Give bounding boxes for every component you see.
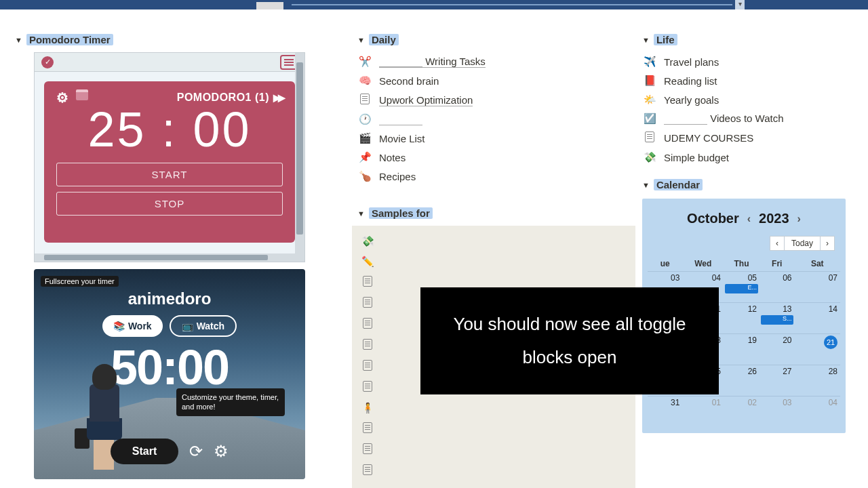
page-item[interactable]: 🧠Second brain xyxy=(359,71,622,90)
page-icon: 🧠 xyxy=(359,75,371,87)
tooltip-fullscreen: Fullscreen your timer xyxy=(41,276,119,287)
page-item[interactable]: Upwork Optimization xyxy=(359,90,622,110)
page-item[interactable]: UDEMY COURSES xyxy=(644,128,846,148)
chevron-down-icon: ▼ xyxy=(357,36,365,44)
calendar-month: October xyxy=(687,211,739,226)
window-icon[interactable] xyxy=(76,89,88,100)
page-item[interactable]: 📕Reading list xyxy=(644,71,846,90)
page-icon: 🎬 xyxy=(359,132,371,144)
reset-icon[interactable]: ⟳ xyxy=(189,442,203,461)
chevron-down-icon: ▼ xyxy=(642,36,650,44)
calendar-cell[interactable]: 01 xyxy=(682,396,724,428)
calendar-cell[interactable]: 07 xyxy=(795,272,841,303)
calendar-next-button[interactable]: › xyxy=(820,236,835,251)
page-icon: 🌤️ xyxy=(644,94,656,106)
watch-tab[interactable]: 📺 Watch xyxy=(170,315,237,337)
heading-label: Calendar xyxy=(654,179,703,190)
page-item[interactable]: 📌Notes xyxy=(359,148,622,167)
calendar-cell[interactable]: 14 xyxy=(795,303,841,334)
page-item-label: Movie List xyxy=(379,133,425,144)
daily-list: ✂️ Writing Tasks🧠Second brainUpwork Opti… xyxy=(357,52,622,186)
page-item[interactable] xyxy=(361,418,627,439)
calendar-cell[interactable]: 26 xyxy=(724,365,760,396)
tooltip-customize: Customize your theme, timer, and more! xyxy=(176,388,285,416)
page-item[interactable]: ✈️Travel plans xyxy=(644,52,846,71)
page-icon: 🕐 xyxy=(359,113,371,125)
page-item[interactable]: 🕐 xyxy=(359,110,622,129)
calendar-prev-icon[interactable]: ‹ xyxy=(747,213,751,225)
page-item[interactable] xyxy=(361,460,627,481)
animedoro-embed: Fullscreen your timer animedoro 📚 Work 📺… xyxy=(34,269,305,479)
page-item[interactable]: 🌤️Yearly goals xyxy=(644,90,846,109)
calendar-cell[interactable]: 12 xyxy=(724,303,760,334)
chevron-down-icon: ▼ xyxy=(15,36,22,44)
page-item-label: Reading list xyxy=(664,75,717,87)
toggle-pomodoro-timer[interactable]: ▼ Pomodoro Timer xyxy=(15,34,317,45)
page-item[interactable] xyxy=(361,439,627,460)
page-item[interactable]: ☑️ Videos to Watch xyxy=(644,109,846,128)
page-item-label: Notes xyxy=(379,152,406,163)
page-icon: 💸 xyxy=(361,235,374,247)
work-tab[interactable]: 📚 Work xyxy=(102,315,163,337)
page-icon: 📌 xyxy=(359,151,371,163)
page-item[interactable]: 🎬Movie List xyxy=(359,129,622,148)
calendar-cell[interactable]: 05E... xyxy=(724,272,760,303)
window-titlebar: ▾ xyxy=(0,0,868,9)
toggle-calendar[interactable]: ▼ Calendar xyxy=(642,179,846,190)
titlebar-dropdown-icon[interactable]: ▾ xyxy=(735,0,745,9)
toggle-samples[interactable]: ▼ Samples for xyxy=(357,207,622,219)
page-item-label: Writing Tasks xyxy=(379,56,486,68)
page-icon: ✈️ xyxy=(644,56,656,68)
toggle-daily[interactable]: ▼ Daily xyxy=(357,34,622,45)
page-icon: 🍗 xyxy=(359,170,371,182)
page-item[interactable]: ✂️ Writing Tasks xyxy=(359,52,622,71)
settings-gear-icon[interactable]: ⚙ xyxy=(214,442,229,461)
check-icon[interactable]: ✓ xyxy=(41,56,54,68)
page-item[interactable]: 💸Simple budget xyxy=(644,148,846,167)
calendar-cell[interactable]: 06 xyxy=(760,272,794,303)
calendar-cell[interactable]: 02 xyxy=(724,396,760,428)
calendar-cell[interactable]: 03 xyxy=(760,396,794,428)
page-item-label: Upwork Optimization xyxy=(379,94,473,106)
page-item[interactable]: 🧍 xyxy=(361,398,627,418)
calendar-cell[interactable]: 04 xyxy=(795,396,841,428)
pomodoro-stop-button[interactable]: STOP xyxy=(56,192,283,216)
titlebar-tab xyxy=(256,2,283,9)
life-list: ✈️Travel plans📕Reading list🌤️Yearly goal… xyxy=(642,52,846,167)
document-icon xyxy=(361,464,374,477)
calendar-cell[interactable]: 13S... xyxy=(760,303,794,334)
calendar-cell[interactable]: 31 xyxy=(648,396,682,428)
calendar-today-button[interactable]: Today xyxy=(785,236,820,251)
page-item[interactable]: 🍗Recipes xyxy=(359,167,622,186)
gear-icon[interactable] xyxy=(56,89,69,106)
page-item[interactable]: ✏️ xyxy=(361,251,627,272)
titlebar-line xyxy=(292,4,732,5)
page-icon: ✏️ xyxy=(361,256,374,268)
calendar-prev-button[interactable]: ‹ xyxy=(770,236,785,251)
animedoro-title: animedoro xyxy=(34,289,305,308)
document-icon xyxy=(361,318,374,331)
page-item-label: UDEMY COURSES xyxy=(664,132,753,144)
calendar-cell[interactable]: 27 xyxy=(760,365,794,396)
scrollbar-horizontal[interactable] xyxy=(35,253,295,262)
scrollbar-vertical[interactable] xyxy=(295,53,304,262)
page-item-label: Yearly goals xyxy=(664,94,719,106)
toggle-life[interactable]: ▼ Life xyxy=(642,34,846,45)
page-item-label xyxy=(379,114,422,125)
page-item-label: Videos to Watch xyxy=(664,113,784,124)
page-item[interactable]: 💸 xyxy=(361,231,627,251)
animedoro-start-button[interactable]: Start xyxy=(111,439,178,464)
calendar-cell[interactable]: 28 xyxy=(795,365,841,396)
calendar-cell[interactable]: 19 xyxy=(724,334,760,365)
heading-label: Daily xyxy=(369,34,399,45)
page-item-label: Second brain xyxy=(379,75,439,87)
document-icon xyxy=(361,381,374,394)
chevron-down-icon: ▼ xyxy=(642,181,650,189)
pomodoro-start-button[interactable]: START xyxy=(56,163,283,186)
document-icon xyxy=(361,276,374,289)
calendar-cell[interactable]: 21 xyxy=(795,334,841,365)
calendar-cell[interactable]: 20 xyxy=(760,334,794,365)
document-icon xyxy=(361,297,374,310)
fast-forward-icon[interactable]: ▶▶ xyxy=(273,92,283,103)
calendar-next-icon[interactable]: › xyxy=(797,213,801,225)
